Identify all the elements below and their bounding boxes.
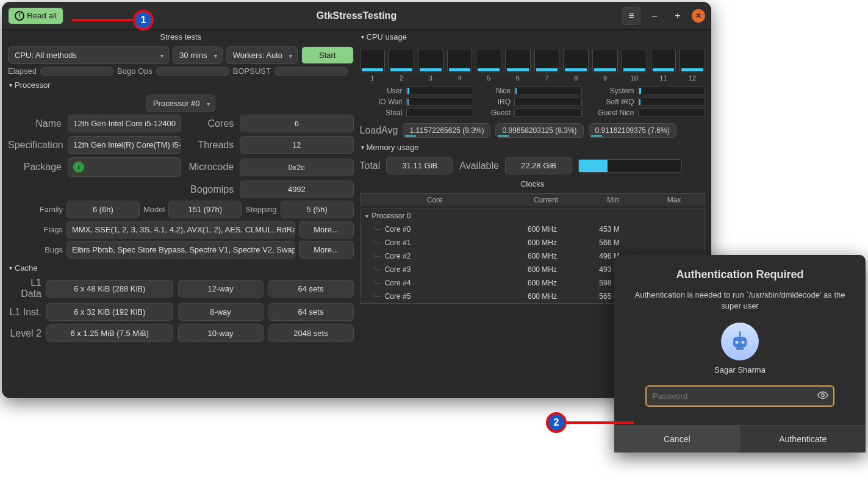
- bopsust-label: BOPSUST: [233, 66, 271, 76]
- maximize-button[interactable]: +: [669, 7, 687, 25]
- cpu-core: 5: [476, 49, 501, 82]
- elapsed-field: [40, 67, 113, 76]
- cancel-button[interactable]: Cancel: [614, 426, 741, 452]
- cpu-core: 1: [360, 49, 386, 82]
- clock-row: Core #1 600 MHz 566 M: [360, 236, 705, 249]
- stat-bar: [406, 87, 474, 95]
- cpu-core-graph: [592, 49, 618, 73]
- elapsed-label: Elapsed: [8, 66, 37, 76]
- mem-avail-label: Available: [459, 160, 499, 171]
- stat-label: Guest: [477, 109, 511, 117]
- window-title: GtkStressTesting: [317, 10, 396, 21]
- bogoops-field: [156, 67, 229, 76]
- cache-size: 6 x 32 KiB (192 KiB): [46, 303, 173, 321]
- family-label: Family: [8, 205, 63, 214]
- threads-label: Threads: [186, 140, 235, 151]
- hamburger-menu-button[interactable]: ≡: [622, 7, 640, 25]
- cpu-core: 9: [592, 49, 618, 82]
- cpu-core-graph: [505, 49, 531, 73]
- close-button[interactable]: ✕: [692, 9, 705, 23]
- stat-bar: [638, 109, 706, 117]
- stat-label: Steal: [360, 109, 403, 117]
- model-field: 151 (97h): [168, 201, 242, 218]
- auth-username: Sagar Sharma: [714, 365, 766, 374]
- cpu-core-label: 8: [574, 74, 578, 82]
- cpu-core-label: 4: [457, 74, 461, 82]
- titlebar: ! Read all GtkStressTesting ≡ – + ✕: [2, 2, 711, 30]
- info-dot-icon: i: [73, 162, 84, 173]
- threads-field: 12: [240, 136, 353, 154]
- flags-more-button[interactable]: More...: [299, 221, 354, 238]
- cpu-core-label: 11: [659, 74, 667, 82]
- svg-rect-0: [733, 337, 747, 348]
- stat-label: User: [360, 87, 403, 95]
- cpu-core-label: 12: [689, 74, 696, 82]
- mem-total-field: 31.11 GiB: [386, 157, 453, 174]
- cpu-core-graph: [680, 49, 705, 73]
- cpu-core: 6: [505, 49, 531, 82]
- stat-bar: [514, 109, 582, 117]
- cache-size: 6 x 1.25 MiB (7.5 MiB): [46, 324, 173, 342]
- start-button[interactable]: Start: [301, 46, 353, 64]
- clock-row: Core #0 600 MHz 453 M: [360, 223, 705, 236]
- svg-point-2: [742, 341, 745, 344]
- authenticate-button[interactable]: Authenticate: [741, 426, 866, 452]
- cpu-core-graph: [563, 49, 589, 73]
- cache-sets: 64 sets: [268, 303, 354, 321]
- read-all-button[interactable]: ! Read all: [8, 7, 63, 24]
- cpu-usage-expander[interactable]: CPU usage: [360, 30, 706, 44]
- stat-bar: [406, 98, 474, 106]
- spec-field: 12th Gen Intel(R) Core(TM) i5-12400: [68, 136, 181, 154]
- show-password-icon[interactable]: [817, 390, 828, 403]
- bogoops-label: Bogo Ops: [117, 66, 152, 76]
- mem-usage-bar: [578, 159, 682, 173]
- cache-expander[interactable]: Cache: [8, 261, 354, 275]
- password-input[interactable]: [645, 385, 834, 407]
- spec-label: Specification: [8, 140, 63, 151]
- model-label: Model: [143, 205, 165, 214]
- annotation-2: 2: [546, 412, 567, 433]
- main-window: ! Read all GtkStressTesting ≡ – + ✕ Stre…: [2, 2, 711, 398]
- cpu-core: 8: [563, 49, 589, 82]
- cache-size: 6 x 48 KiB (288 KiB): [46, 280, 173, 298]
- bugs-more-button[interactable]: More...: [299, 241, 354, 259]
- stress-method-dropdown[interactable]: CPU: All methods: [8, 46, 169, 64]
- processor-selector-dropdown[interactable]: Processor #0: [146, 95, 215, 112]
- stress-duration-dropdown[interactable]: 30 mins: [173, 46, 223, 64]
- clocks-header: Clocks: [360, 177, 706, 191]
- loadavg-chip: 0.91162109375 (7.6%): [589, 123, 676, 138]
- bopsust-field: [274, 67, 348, 76]
- clock-parent-row[interactable]: Processor 0: [360, 209, 705, 223]
- mem-total-label: Total: [360, 160, 381, 171]
- processor-expander[interactable]: Processor: [8, 78, 354, 92]
- minimize-button[interactable]: –: [645, 7, 664, 25]
- svg-point-1: [736, 341, 739, 344]
- cpu-core-graph: [622, 49, 647, 73]
- cache-label: L1 Inst.: [8, 307, 41, 318]
- cpu-core-label: 7: [545, 74, 549, 82]
- cpu-core-graph: [534, 49, 560, 73]
- cache-label: L1 Data: [8, 277, 41, 299]
- cpu-core-label: 6: [516, 74, 520, 82]
- stat-label: IO Wait: [360, 98, 403, 106]
- stat-label: System: [586, 87, 634, 95]
- cache-label: Level 2: [8, 328, 41, 339]
- clocks-col-min: Min: [583, 196, 644, 204]
- stress-workers-dropdown[interactable]: Workers: Auto: [226, 46, 298, 64]
- memory-expander[interactable]: Memory usage: [360, 140, 706, 154]
- svg-point-4: [739, 332, 741, 334]
- package-label: Package: [8, 162, 63, 173]
- cpu-core-graph: [476, 49, 501, 73]
- info-icon: !: [15, 11, 24, 21]
- bogomips-field: 4992: [240, 181, 353, 198]
- cpu-core-graph: [447, 49, 473, 73]
- microcode-field: 0x2c: [240, 159, 353, 176]
- loadavg-chip: 0.99658203125 (8.3%): [495, 123, 583, 138]
- cpu-core-label: 5: [487, 74, 490, 82]
- auth-message: Authentication is needed to run `/usr/sb…: [614, 290, 866, 312]
- clocks-col-current: Current: [509, 196, 583, 204]
- cpu-core-label: 9: [603, 74, 607, 82]
- mem-avail-field: 22.28 GiB: [505, 157, 572, 174]
- cpu-core-label: 10: [631, 74, 638, 82]
- svg-rect-3: [739, 334, 741, 337]
